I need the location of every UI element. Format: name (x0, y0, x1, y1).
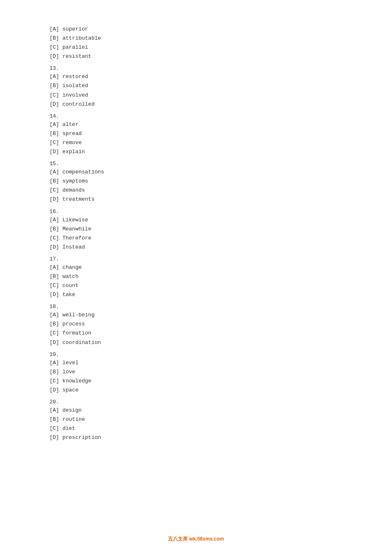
question-number-16: 16. (50, 209, 392, 215)
option-line: [A] Likewise (50, 216, 392, 225)
option-line: [D] controlled (50, 100, 392, 109)
option-line: [C] knowledge (50, 377, 392, 386)
footer: 五八文库 wk.58sms.com (0, 536, 392, 543)
question-number-17: 17. (50, 256, 392, 262)
option-line: [C] Therefore (50, 234, 392, 243)
option-line: [D] prescription (50, 433, 392, 442)
option-line: [A] well-being (50, 311, 392, 320)
option-line: [A] superior (50, 25, 392, 34)
option-line: [A] restored (50, 72, 392, 81)
option-line: [C] demands (50, 186, 392, 195)
question-number-14: 14. (50, 113, 392, 119)
option-line: [D] resistant (50, 52, 392, 61)
option-line: [C] remove (50, 138, 392, 147)
option-line: [C] formation (50, 329, 392, 338)
option-line: [A] compensations (50, 168, 392, 177)
option-line: [D] coordination (50, 338, 392, 347)
option-line: [B] symptoms (50, 177, 392, 186)
question-number-13: 13. (50, 65, 392, 71)
question-number-15: 15. (50, 161, 392, 167)
option-line: [A] change (50, 263, 392, 272)
option-line: [D] treatments (50, 195, 392, 204)
option-line: [D] take (50, 290, 392, 299)
option-line: [B] love (50, 368, 392, 377)
footer-url: wk.58sms.com (189, 536, 224, 542)
option-line: [D] Instead (50, 243, 392, 252)
option-line: [C] count (50, 281, 392, 290)
question-number-19: 19. (50, 351, 392, 358)
option-line: [B] spread (50, 129, 392, 138)
option-line: [B] process (50, 320, 392, 329)
option-line: [D] space (50, 386, 392, 395)
option-line: [B] watch (50, 272, 392, 281)
footer-brand: 五八文库 (168, 536, 189, 542)
option-line: [B] Meanwhile (50, 225, 392, 234)
option-line: [C] involved (50, 91, 392, 100)
option-line: [A] level (50, 358, 392, 368)
option-line: [D] explain (50, 147, 392, 157)
option-line: [B] attributable (50, 34, 392, 43)
option-line: [C] diet (50, 424, 392, 433)
option-line: [A] design (50, 406, 392, 415)
option-line: [B] routine (50, 415, 392, 424)
option-line: [B] isolated (50, 81, 392, 90)
option-line: [A] alter (50, 120, 392, 129)
option-line: [C] parallel (50, 43, 392, 52)
question-number-20: 20. (50, 399, 392, 405)
question-number-18: 18. (50, 304, 392, 310)
